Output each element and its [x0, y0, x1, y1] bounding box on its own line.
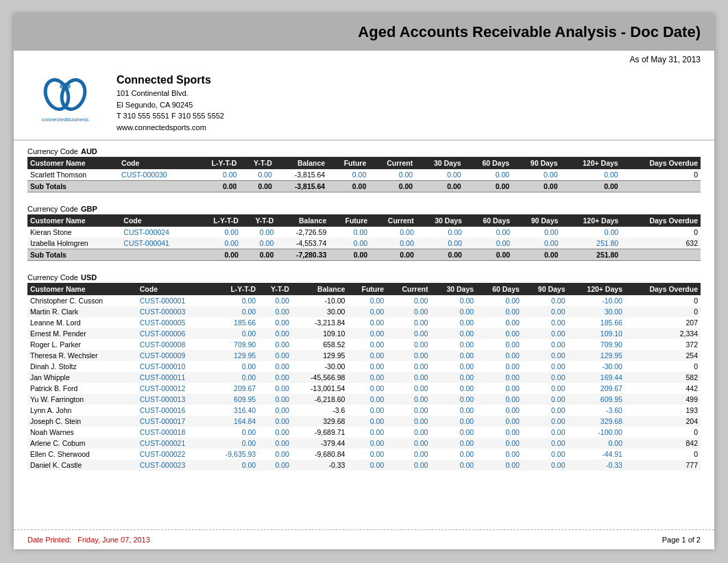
- col-header-days_overdue: Days Overdue: [625, 283, 701, 295]
- table-cell: 0.00: [522, 383, 568, 394]
- col-header-customer_name: Customer Name: [27, 214, 121, 227]
- table-cell: 209.67: [208, 383, 258, 394]
- col-header-future: Future: [328, 157, 369, 169]
- table-cell: 0.00: [387, 383, 430, 394]
- table-cell: Kieran Stone: [27, 227, 121, 238]
- table-cell: -45,566.98: [292, 372, 348, 383]
- currency-label: Currency Code: [27, 205, 78, 213]
- subtotal-cell: 251.80: [561, 249, 621, 261]
- table-cell: 0.00: [430, 405, 476, 416]
- col-header-days90: 90 Days: [513, 214, 561, 227]
- table-cell: Martin R. Clark: [27, 306, 137, 317]
- table-cell: 0.00: [476, 328, 522, 339]
- table-row: Daniel K. CastleCUST-0000230.000.00-0.33…: [27, 460, 701, 471]
- table-cell: 0: [625, 295, 701, 306]
- table-cell: 0.00: [476, 295, 522, 306]
- subtotal-cell: Sub Totals: [27, 181, 119, 192]
- table-cell: 0.00: [430, 328, 476, 339]
- table-cell: 0.00: [387, 449, 430, 460]
- col-header-days90: 90 Days: [522, 283, 568, 295]
- table-cell: 0.00: [258, 295, 292, 306]
- col-header-current: Current: [387, 283, 430, 295]
- subtotal-cell: 0.00: [369, 181, 415, 192]
- table-cell: -100.00: [568, 427, 625, 438]
- table-cell: 0: [625, 427, 701, 438]
- table-cell: 0.00: [430, 372, 476, 383]
- subtotal-cell: 0.00: [329, 249, 370, 261]
- table-cell: 0.00: [258, 449, 292, 460]
- table-cell: CUST-000006: [137, 328, 208, 339]
- table-cell: 0.00: [348, 405, 387, 416]
- table-cell: 0.00: [258, 339, 292, 350]
- subtotal-cell: -7,280.33: [276, 249, 329, 261]
- report-content: Currency CodeAUDCustomer NameCodeL-Y-T-D…: [14, 145, 714, 524]
- table-cell: 0.00: [476, 339, 522, 350]
- subtotal-row: Sub Totals0.000.00-7,280.330.000.000.000…: [27, 249, 701, 261]
- table-cell: 0.00: [430, 394, 476, 405]
- subtotal-cell: 0.00: [328, 181, 369, 192]
- col-header-ytd: Y-T-D: [239, 157, 274, 169]
- table-cell: 0.00: [328, 169, 369, 181]
- company-website: www.connectedsports.com: [117, 122, 701, 134]
- table-cell: Scarlett Thomson: [27, 169, 119, 181]
- table-cell: 0.00: [258, 317, 292, 328]
- table-cell: 0.00: [561, 169, 621, 181]
- table-cell: 185.66: [208, 317, 258, 328]
- table-cell: 0.00: [568, 438, 625, 449]
- table-cell: CUST-000022: [137, 449, 208, 460]
- table-cell: CUST-000023: [137, 460, 208, 471]
- col-header-days_overdue: Days Overdue: [621, 157, 701, 169]
- table-cell: 0: [625, 306, 701, 317]
- table-cell: 0.00: [522, 361, 568, 372]
- table-row: Martin R. ClarkCUST-0000030.000.0030.000…: [27, 306, 701, 317]
- table-cell: 0.00: [430, 339, 476, 350]
- col-header-days30: 30 Days: [430, 283, 476, 295]
- table-cell: 658.52: [292, 339, 348, 350]
- table-cell: -4,553.74: [276, 238, 329, 249]
- col-header-days60: 60 Days: [465, 214, 513, 227]
- col-header-ytd: Y-T-D: [258, 283, 292, 295]
- company-info: Connected Sports 101 Continental Blvd. E…: [117, 74, 701, 133]
- table-cell: 0.00: [258, 438, 292, 449]
- table-cell: 0.00: [208, 295, 258, 306]
- table-row: Joseph C. SteinCUST-000017164.840.00329.…: [27, 416, 701, 427]
- logo-area: connectedbusiness: [27, 74, 103, 123]
- table-cell: -13,001.54: [292, 383, 348, 394]
- table-cell: 0: [621, 169, 701, 181]
- col-header-current: Current: [369, 157, 415, 169]
- table-cell: -3,213.84: [292, 317, 348, 328]
- footer-date-label: Date Printed:: [27, 536, 71, 544]
- table-cell: 0.00: [522, 372, 568, 383]
- table-cell: 30.00: [568, 306, 625, 317]
- table-cell: 0.00: [258, 460, 292, 471]
- table-cell: 0.00: [258, 372, 292, 383]
- col-header-lytd: L-Y-T-D: [196, 214, 241, 227]
- col-header-days120: 120+ Days: [561, 157, 621, 169]
- company-address2: El Segundo, CA 90245: [117, 99, 701, 111]
- table-cell: 0.00: [387, 438, 430, 449]
- table-cell: CUST-000009: [137, 350, 208, 361]
- table-cell: 0.00: [417, 227, 465, 238]
- table-cell: 0.00: [387, 394, 430, 405]
- table-cell: 0.00: [387, 317, 430, 328]
- table-cell: -0.33: [568, 460, 625, 471]
- table-cell: 0.00: [476, 438, 522, 449]
- table-cell: 0.00: [522, 394, 568, 405]
- subtotal-cell: [621, 249, 701, 261]
- table-cell: 207: [625, 317, 701, 328]
- table-cell: 632: [621, 238, 701, 249]
- table-cell: 0.00: [561, 227, 621, 238]
- col-header-balance: Balance: [276, 214, 329, 227]
- table-cell: 164.84: [208, 416, 258, 427]
- table-cell: -9,680.84: [292, 449, 348, 460]
- table-cell: Noah Warnes: [27, 427, 137, 438]
- table-cell: Yu W. Farrington: [27, 394, 137, 405]
- table-cell: -379.44: [292, 438, 348, 449]
- table-cell: Ellen C. Sherwood: [27, 449, 137, 460]
- table-cell: 0.00: [522, 405, 568, 416]
- table-cell: 0.00: [348, 306, 387, 317]
- table-cell: 0.00: [387, 427, 430, 438]
- company-name: Connected Sports: [117, 74, 701, 86]
- currency-code-label: Currency CodeAUD: [27, 147, 701, 155]
- data-table: Customer NameCodeL-Y-T-DY-T-DBalanceFutu…: [27, 283, 701, 471]
